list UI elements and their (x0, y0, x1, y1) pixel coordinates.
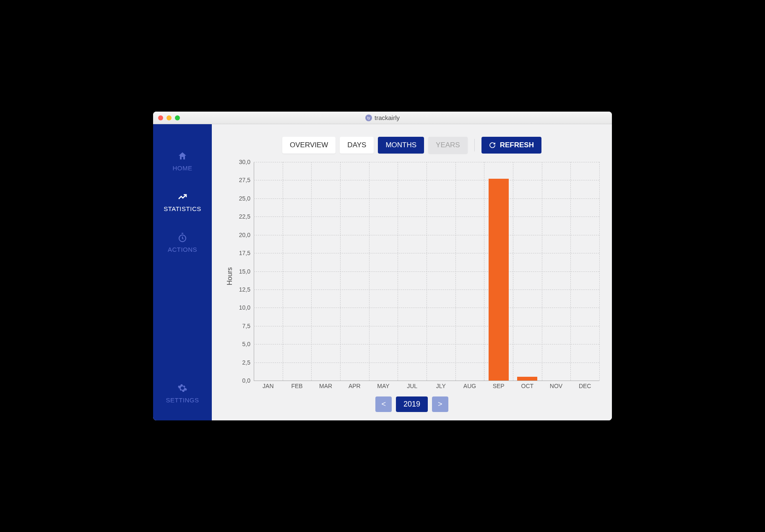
sidebar-item-actions[interactable]: ACTIONS (153, 222, 212, 263)
chart-ytick: 12,5 (239, 286, 254, 293)
chart-xtick: FEB (291, 383, 302, 389)
app-icon: ty (365, 115, 372, 121)
chart-ytick: 25,0 (239, 195, 254, 202)
close-window-button[interactable] (158, 115, 163, 120)
chart-bar (489, 179, 509, 381)
chart-xtick: AUG (463, 383, 476, 389)
chart-ytick: 22,5 (239, 213, 254, 220)
chart-xaxis: JANFEBMARAPRMAYJULJLYAUGSEPOCTNOVDEC (254, 381, 599, 391)
chart-xtick: OCT (521, 383, 534, 389)
next-year-button[interactable]: > (432, 396, 448, 412)
prev-year-button[interactable]: < (375, 396, 392, 412)
tab-days[interactable]: DAYS (340, 137, 374, 154)
titlebar: ty trackairly (153, 112, 612, 124)
sidebar-item-home[interactable]: HOME (153, 141, 212, 182)
chart-ytick: 30,0 (239, 159, 254, 165)
chart-xtick: MAR (319, 383, 332, 389)
trend-icon (177, 192, 187, 202)
sidebar: HOME STATISTICS ACTIONS SETTINGS (153, 124, 212, 420)
chart-xtick: APR (349, 383, 361, 389)
tab-years: YEARS (428, 137, 468, 154)
chart-bar (517, 377, 537, 381)
tab-months[interactable]: MONTHS (378, 137, 424, 154)
year-navigation: < 2019 > (224, 396, 599, 412)
chart-xtick: JLY (436, 383, 446, 389)
chart: Hours 0,02,55,07,510,012,515,017,520,022… (224, 162, 599, 391)
refresh-icon (489, 142, 496, 149)
chart-ytick: 7,5 (242, 323, 254, 329)
refresh-button[interactable]: REFRESH (481, 137, 541, 154)
minimize-window-button[interactable] (167, 115, 172, 120)
chart-ytick: 10,0 (239, 304, 254, 311)
chart-ytick: 17,5 (239, 250, 254, 256)
chart-area: 0,02,55,07,510,012,515,017,520,022,525,0… (235, 162, 599, 391)
chart-xtick: NOV (550, 383, 562, 389)
main-content: OVERVIEW DAYS MONTHS YEARS REFRESH Hours… (212, 124, 612, 420)
chart-ylabel: Hours (224, 267, 235, 285)
chart-ytick: 0,0 (242, 377, 254, 384)
chart-ytick: 5,0 (242, 341, 254, 347)
chart-xtick: MAY (377, 383, 389, 389)
sidebar-item-label: SETTINGS (166, 396, 199, 404)
sidebar-item-settings[interactable]: SETTINGS (153, 373, 212, 420)
current-year-button[interactable]: 2019 (396, 396, 428, 412)
view-toolbar: OVERVIEW DAYS MONTHS YEARS REFRESH (224, 137, 599, 154)
chart-xtick: DEC (579, 383, 591, 389)
sidebar-item-label: STATISTICS (164, 205, 201, 212)
window-title: trackairly (375, 114, 400, 121)
chart-xtick: SEP (493, 383, 505, 389)
home-icon (177, 151, 187, 161)
chart-ytick: 15,0 (239, 268, 254, 275)
chart-plot: 0,02,55,07,510,012,515,017,520,022,525,0… (254, 162, 599, 381)
window-controls (153, 115, 180, 120)
app-body: HOME STATISTICS ACTIONS SETTINGS OVERVIE… (153, 124, 612, 420)
sidebar-item-statistics[interactable]: STATISTICS (153, 182, 212, 222)
chart-ytick: 27,5 (239, 177, 254, 183)
sidebar-item-label: HOME (173, 164, 193, 172)
chart-xtick: JAN (263, 383, 273, 389)
chart-xtick: JUL (407, 383, 417, 389)
sidebar-item-label: ACTIONS (168, 246, 197, 253)
chart-ytick: 20,0 (239, 232, 254, 238)
stopwatch-icon (177, 232, 187, 243)
tab-overview[interactable]: OVERVIEW (282, 137, 336, 154)
refresh-button-label: REFRESH (500, 141, 534, 149)
app-window: ty trackairly HOME STATISTICS ACTIONS SE… (153, 112, 612, 420)
chart-ytick: 2,5 (242, 359, 254, 366)
maximize-window-button[interactable] (175, 115, 180, 120)
gear-icon (177, 383, 187, 393)
toolbar-divider (474, 139, 475, 151)
